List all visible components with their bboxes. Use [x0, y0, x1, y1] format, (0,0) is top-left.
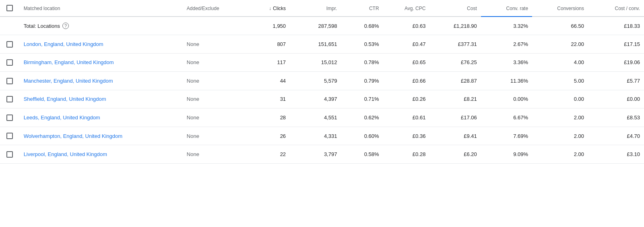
row-ctr: 0.53%	[341, 35, 383, 54]
total-added	[183, 17, 239, 35]
table-row: Leeds, England, United KingdomNone284,55…	[0, 108, 644, 127]
table-row: London, England, United KingdomNone80715…	[0, 35, 644, 54]
row-avg-cpc: £0.61	[383, 108, 430, 127]
total-clicks: 1,950	[239, 17, 290, 35]
row-conv-rate: 0.00%	[481, 90, 532, 108]
row-added: None	[183, 127, 239, 145]
col-header-conversions[interactable]: Conversions	[532, 0, 588, 17]
row-cost-conv: £8.53	[588, 108, 644, 127]
row-added: None	[183, 108, 239, 127]
row-impr: 5,579	[290, 72, 341, 90]
row-checkbox-5[interactable]	[6, 133, 13, 139]
col-header-location: Matched location	[20, 0, 183, 17]
row-location[interactable]: Manchester, England, United Kingdom	[20, 72, 183, 90]
row-avg-cpc: £0.47	[383, 35, 430, 54]
row-conv-rate: 9.09%	[481, 145, 532, 164]
row-conversions: 2.00	[532, 127, 588, 145]
table-row: Birmingham, England, United KingdomNone1…	[0, 53, 644, 72]
row-cost-conv: £19.06	[588, 53, 644, 72]
row-conv-rate: 2.67%	[481, 35, 532, 54]
row-clicks: 22	[239, 145, 290, 164]
row-conversions: 0.00	[532, 90, 588, 108]
row-ctr: 0.62%	[341, 108, 383, 127]
row-checkbox-3[interactable]	[6, 96, 13, 102]
row-avg-cpc: £0.28	[383, 145, 430, 164]
table-row: Sheffield, England, United KingdomNone31…	[0, 90, 644, 108]
total-label-cell: Total: Locations ?	[20, 17, 183, 35]
row-checkbox-2[interactable]	[6, 78, 13, 84]
row-conversions: 5.00	[532, 72, 588, 90]
row-cost: £8.21	[429, 90, 481, 108]
row-cost: £17.06	[429, 108, 481, 127]
total-conv-rate: 3.32%	[481, 17, 532, 35]
help-icon[interactable]: ?	[62, 23, 69, 29]
row-ctr: 0.71%	[341, 90, 383, 108]
total-impr: 287,598	[290, 17, 341, 35]
col-header-clicks[interactable]: ↓Clicks	[239, 0, 290, 17]
row-ctr: 0.79%	[341, 72, 383, 90]
row-ctr: 0.78%	[341, 53, 383, 72]
row-added: None	[183, 53, 239, 72]
row-impr: 4,551	[290, 108, 341, 127]
row-conversions: 2.00	[532, 145, 588, 164]
row-location[interactable]: London, England, United Kingdom	[20, 35, 183, 54]
row-clicks: 44	[239, 72, 290, 90]
table-row: Wolverhampton, England, United KingdomNo…	[0, 127, 644, 145]
total-ctr: 0.68%	[341, 17, 383, 35]
row-cost-conv: £3.10	[588, 145, 644, 164]
row-cost: £9.41	[429, 127, 481, 145]
row-checkbox-0[interactable]	[6, 41, 13, 48]
row-impr: 4,331	[290, 127, 341, 145]
row-cost-conv: £0.00	[588, 90, 644, 108]
row-added: None	[183, 90, 239, 108]
row-ctr: 0.58%	[341, 145, 383, 164]
row-impr: 151,651	[290, 35, 341, 54]
row-clicks: 117	[239, 53, 290, 72]
row-cost: £6.20	[429, 145, 481, 164]
table-row: Manchester, England, United KingdomNone4…	[0, 72, 644, 90]
row-impr: 15,012	[290, 53, 341, 72]
row-conv-rate: 3.36%	[481, 53, 532, 72]
row-added: None	[183, 72, 239, 90]
row-avg-cpc: £0.65	[383, 53, 430, 72]
row-location[interactable]: Leeds, England, United Kingdom	[20, 108, 183, 127]
row-clicks: 807	[239, 35, 290, 54]
col-header-ctr[interactable]: CTR	[341, 0, 383, 17]
row-conv-rate: 7.69%	[481, 127, 532, 145]
sort-arrow-icon: ↓	[269, 6, 271, 11]
col-header-cost-conv[interactable]: Cost / conv.	[588, 0, 644, 17]
row-cost-conv: £17.15	[588, 35, 644, 54]
row-cost-conv: £5.77	[588, 72, 644, 90]
col-header-added: Added/Exclude	[183, 0, 239, 17]
row-checkbox-6[interactable]	[6, 151, 13, 158]
row-added: None	[183, 35, 239, 54]
row-cost: £377.31	[429, 35, 481, 54]
row-added: None	[183, 145, 239, 164]
row-avg-cpc: £0.26	[383, 90, 430, 108]
row-location[interactable]: Birmingham, England, United Kingdom	[20, 53, 183, 72]
total-cost: £1,218.90	[429, 17, 481, 35]
row-avg-cpc: £0.66	[383, 72, 430, 90]
row-clicks: 31	[239, 90, 290, 108]
row-location[interactable]: Sheffield, England, United Kingdom	[20, 90, 183, 108]
col-header-impr[interactable]: Impr.	[290, 0, 341, 17]
row-conversions: 4.00	[532, 53, 588, 72]
row-clicks: 26	[239, 127, 290, 145]
col-header-conv-rate[interactable]: Conv. rate	[481, 0, 532, 17]
col-header-cost[interactable]: Cost	[429, 0, 481, 17]
table-row: Liverpool, England, United KingdomNone22…	[0, 145, 644, 164]
row-location[interactable]: Wolverhampton, England, United Kingdom	[20, 127, 183, 145]
total-row: Total: Locations ? 1,950 287,598 0.68% £…	[0, 17, 644, 35]
row-checkbox-4[interactable]	[6, 115, 13, 121]
select-all-checkbox[interactable]	[6, 5, 13, 11]
row-checkbox-1[interactable]	[6, 59, 13, 66]
row-location[interactable]: Liverpool, England, United Kingdom	[20, 145, 183, 164]
total-cost-conv: £18.33	[588, 17, 644, 35]
row-conv-rate: 11.36%	[481, 72, 532, 90]
row-impr: 3,797	[290, 145, 341, 164]
row-ctr: 0.60%	[341, 127, 383, 145]
col-header-avg-cpc[interactable]: Avg. CPC	[383, 0, 430, 17]
row-conversions: 22.00	[532, 35, 588, 54]
total-conversions: 66.50	[532, 17, 588, 35]
row-cost-conv: £4.70	[588, 127, 644, 145]
